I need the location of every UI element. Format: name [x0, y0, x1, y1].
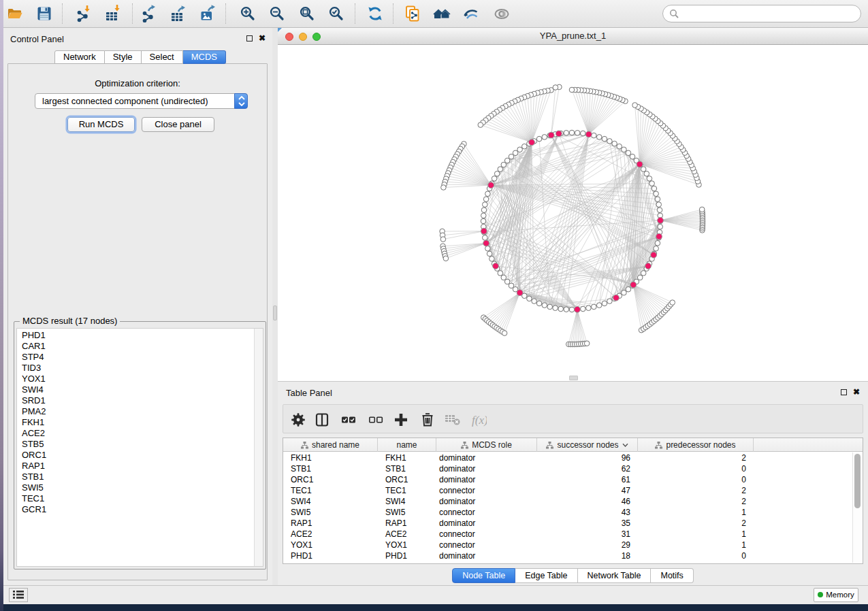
cell-shared-name[interactable]: SWI5 — [283, 507, 378, 518]
graph-node[interactable] — [670, 300, 675, 306]
table-row[interactable]: TEC1TEC1connector472 — [283, 485, 863, 496]
zoom-selected-icon[interactable] — [327, 5, 347, 24]
search-input[interactable] — [662, 5, 861, 22]
mcds-node-item[interactable]: PMA2 — [17, 406, 263, 417]
graph-node[interactable] — [502, 331, 507, 336]
graph-node[interactable] — [592, 304, 597, 310]
graph-node[interactable] — [612, 141, 617, 146]
mcds-node-item[interactable]: ACE2 — [17, 428, 263, 439]
graph-node[interactable] — [656, 202, 662, 208]
cell-shared-name[interactable]: ORC1 — [283, 474, 378, 485]
graph-node[interactable] — [602, 301, 607, 306]
close-panel-icon[interactable]: ✖ — [259, 35, 266, 42]
mcds-node-item[interactable]: YOX1 — [17, 374, 263, 384]
cell-successor-nodes[interactable]: 46 — [537, 496, 638, 507]
horizontal-splitter-grip[interactable] — [569, 376, 578, 380]
graph-node[interactable] — [581, 306, 586, 312]
graph-dominator-node[interactable] — [651, 252, 657, 258]
graph-node[interactable] — [658, 224, 663, 229]
cell-MCDS-role[interactable]: dominator — [436, 463, 537, 474]
scrollbar-thumb[interactable] — [854, 454, 861, 508]
graph-node[interactable] — [504, 279, 510, 284]
cell-name[interactable]: STB1 — [378, 463, 436, 474]
mcds-node-item[interactable]: FKH1 — [17, 417, 263, 428]
cell-name[interactable]: ORC1 — [378, 474, 436, 485]
cell-successor-nodes[interactable]: 35 — [537, 518, 638, 529]
graph-dominator-node[interactable] — [488, 182, 494, 188]
mcds-node-item[interactable]: RAP1 — [17, 461, 263, 472]
graph-node[interactable] — [492, 176, 497, 182]
tab-style[interactable]: Style — [105, 50, 142, 64]
function-builder-icon[interactable]: f(x) — [469, 411, 487, 429]
graph-node[interactable] — [632, 103, 638, 108]
cell-successor-nodes[interactable]: 29 — [537, 540, 638, 550]
tab-network[interactable]: Network — [54, 50, 105, 64]
graph-node[interactable] — [622, 290, 627, 295]
import-network-icon[interactable] — [75, 5, 94, 24]
graph-node[interactable] — [536, 136, 542, 142]
export-table-icon[interactable] — [170, 5, 189, 24]
import-table-icon[interactable] — [104, 5, 123, 24]
graph-node[interactable] — [478, 122, 483, 128]
graph-node[interactable] — [657, 208, 662, 213]
cell-name[interactable]: SWI4 — [378, 496, 436, 507]
export-network-icon[interactable] — [140, 5, 159, 24]
cell-name[interactable]: YOX1 — [378, 540, 436, 550]
graph-node[interactable] — [532, 299, 537, 304]
session-documents-icon[interactable] — [404, 5, 423, 24]
task-history-button[interactable] — [9, 588, 28, 602]
table-row[interactable]: RAP1RAP1dominator352 — [283, 518, 863, 529]
cell-predecessor-nodes[interactable]: 0 — [638, 550, 754, 561]
mcds-node-item[interactable]: PHD1 — [17, 330, 263, 341]
graph-node[interactable] — [483, 202, 488, 208]
graph-node[interactable] — [644, 171, 649, 177]
cell-MCDS-role[interactable]: connector — [436, 529, 537, 540]
float-table-panel-icon[interactable] — [841, 389, 847, 395]
graph-node[interactable] — [569, 87, 575, 93]
graph-node[interactable] — [654, 246, 659, 251]
graph-dominator-node[interactable] — [658, 218, 664, 224]
graph-node[interactable] — [498, 167, 503, 172]
cell-predecessor-nodes[interactable]: 1 — [638, 540, 754, 550]
graph-node[interactable] — [569, 307, 575, 312]
mcds-node-item[interactable]: CAR1 — [17, 341, 263, 352]
graph-node[interactable] — [547, 304, 553, 310]
mcds-node-item[interactable]: GCR1 — [17, 504, 263, 515]
column-header-successor-nodes[interactable]: successor nodes — [537, 438, 638, 452]
tab-node-table[interactable]: Node Table — [452, 568, 515, 583]
table-row[interactable]: ORC1ORC1dominator610 — [283, 474, 863, 485]
graph-node[interactable] — [487, 251, 492, 257]
float-panel-icon[interactable] — [246, 35, 253, 42]
graph-node[interactable] — [553, 85, 558, 90]
save-session-icon[interactable] — [35, 5, 54, 24]
graph-node[interactable] — [517, 147, 523, 152]
graph-node[interactable] — [649, 181, 655, 186]
cell-successor-nodes[interactable]: 47 — [537, 485, 638, 496]
cell-successor-nodes[interactable]: 31 — [537, 529, 638, 540]
graph-node[interactable] — [641, 167, 646, 172]
cell-predecessor-nodes[interactable]: 2 — [638, 485, 754, 496]
graph-dominator-node[interactable] — [556, 131, 562, 137]
graph-node[interactable] — [509, 154, 514, 159]
graph-node[interactable] — [564, 131, 569, 136]
close-table-panel-icon[interactable]: ✖ — [853, 389, 860, 395]
cell-name[interactable]: TEC1 — [378, 485, 436, 496]
cell-predecessor-nodes[interactable]: 0 — [638, 463, 754, 474]
tab-motifs[interactable]: Motifs — [651, 568, 693, 583]
graph-node[interactable] — [527, 296, 532, 301]
cell-successor-nodes[interactable]: 62 — [537, 463, 638, 474]
graph-dominator-node[interactable] — [575, 306, 581, 312]
graph-node[interactable] — [501, 275, 507, 280]
graph-node[interactable] — [542, 135, 547, 140]
cell-successor-nodes[interactable]: 61 — [537, 474, 638, 485]
graph-node[interactable] — [440, 237, 446, 242]
graph-node[interactable] — [553, 306, 558, 311]
cell-MCDS-role[interactable]: dominator — [436, 452, 537, 463]
visual-styles-icon[interactable] — [462, 5, 481, 24]
graph-node[interactable] — [641, 271, 646, 276]
graph-node[interactable] — [592, 133, 597, 138]
mcds-node-item[interactable]: SRD1 — [17, 395, 263, 406]
unselect-all-icon[interactable] — [367, 411, 385, 429]
graph-node[interactable] — [509, 283, 514, 288]
mcds-node-item[interactable]: TEC1 — [17, 493, 263, 504]
